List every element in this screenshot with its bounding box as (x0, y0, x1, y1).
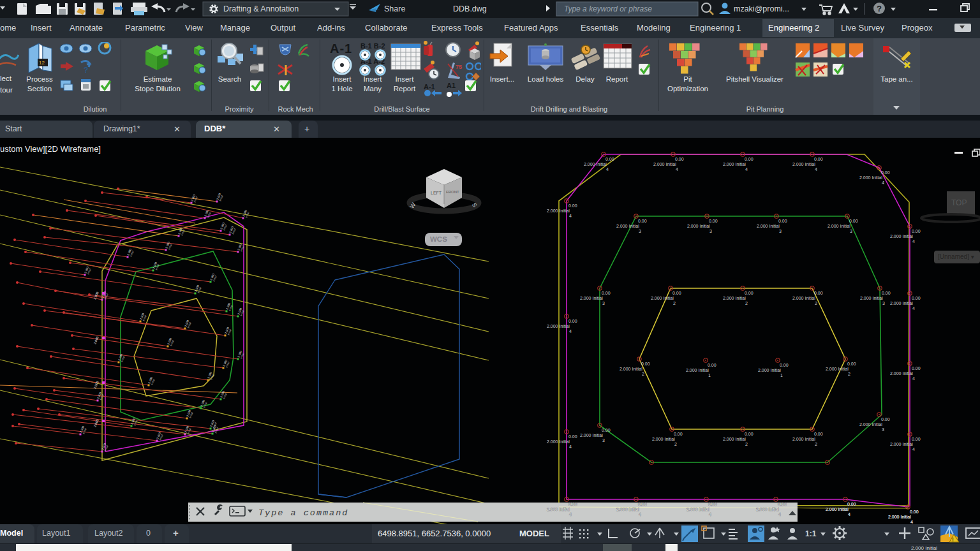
svg-text:2: 2 (642, 372, 644, 376)
svg-text:3: 3 (850, 229, 852, 233)
svg-text:2.000 Initial: 2.000 Initial (828, 224, 850, 228)
svg-text:0.00: 0.00 (778, 219, 787, 223)
svg-text:0.00: 0.00 (568, 203, 577, 208)
svg-text:4: 4 (778, 512, 781, 517)
svg-text:0.00: 0.00 (912, 229, 921, 233)
svg-text:2.000 Initial: 2.000 Initial (616, 224, 639, 228)
svg-text:4: 4 (910, 520, 913, 524)
svg-text:2.000 Initial: 2.000 Initial (651, 296, 674, 300)
svg-text:2.000 Initial: 2.000 Initial (620, 367, 642, 371)
svg-text:2: 2 (745, 442, 748, 446)
svg-text:2.000 Initial: 2.000 Initial (723, 162, 746, 166)
svg-text:2.000 Initial: 2.000 Initial (826, 367, 849, 371)
svg-text:4: 4 (709, 512, 711, 517)
svg-text:3: 3 (602, 301, 605, 305)
svg-text:4: 4 (745, 167, 748, 172)
svg-text:0.00: 0.00 (849, 219, 858, 223)
svg-text:2.000 Initial: 2.000 Initial (756, 507, 779, 511)
svg-text:0.00: 0.00 (672, 291, 681, 295)
svg-text:2.000 Initial: 2.000 Initial (687, 224, 710, 228)
svg-text:4: 4 (848, 512, 850, 517)
svg-text:0.00: 0.00 (881, 417, 890, 422)
svg-text:0.00: 0.00 (881, 170, 890, 175)
svg-text:0.00: 0.00 (847, 362, 856, 366)
svg-text:2.000 Initial: 2.000 Initial (792, 437, 815, 441)
svg-text:2: 2 (673, 301, 676, 305)
svg-text:2.000 Initial: 2.000 Initial (580, 433, 603, 437)
svg-text:0.00: 0.00 (568, 319, 577, 323)
svg-text:4: 4 (912, 376, 915, 381)
svg-text:2.000 Initial: 2.000 Initial (686, 368, 709, 372)
svg-text:0.00: 0.00 (847, 502, 856, 506)
svg-text:2.000 Initial: 2.000 Initial (890, 371, 913, 376)
svg-text:2.000 Initial: 2.000 Initial (547, 507, 570, 511)
svg-text:2.000 Initial: 2.000 Initial (547, 324, 570, 328)
svg-text:0.00: 0.00 (674, 432, 683, 436)
svg-text:4: 4 (912, 447, 915, 452)
svg-text:FRONT: FRONT (446, 190, 459, 194)
svg-text:1: 1 (708, 373, 711, 378)
svg-text:4: 4 (569, 512, 572, 517)
svg-text:0.00: 0.00 (708, 502, 717, 506)
svg-text:4: 4 (676, 167, 678, 172)
svg-text:2.000 Initial: 2.000 Initial (723, 437, 746, 441)
svg-text:4: 4 (569, 214, 572, 218)
svg-text:2.000 Initial: 2.000 Initial (826, 507, 849, 511)
svg-text:4: 4 (569, 329, 572, 334)
svg-text:3: 3 (779, 229, 782, 233)
svg-text:0.00: 0.00 (745, 291, 754, 295)
svg-text:LEFT: LEFT (431, 191, 442, 195)
svg-text:0.00: 0.00 (602, 291, 611, 295)
svg-text:0.00: 0.00 (675, 157, 684, 161)
svg-text:2.000 Initial: 2.000 Initial (723, 296, 746, 300)
svg-text:0.00: 0.00 (568, 434, 577, 439)
svg-text:2.000 Initial: 2.000 Initial (757, 224, 780, 228)
svg-text:0.00: 0.00 (602, 428, 611, 432)
svg-text:1: 1 (780, 373, 783, 378)
svg-text:2.000 Initial: 2.000 Initial (860, 296, 883, 300)
svg-text:2.000 Initial: 2.000 Initial (687, 507, 709, 511)
svg-text:2.000 Initial: 2.000 Initial (792, 296, 815, 300)
svg-text:2.000 Initial: 2.000 Initial (890, 301, 913, 305)
svg-text:0.00: 0.00 (780, 363, 789, 367)
svg-text:4: 4 (815, 167, 817, 172)
svg-text:3: 3 (709, 229, 712, 233)
svg-text:0.00: 0.00 (638, 219, 647, 223)
svg-text:0.00: 0.00 (910, 510, 919, 514)
svg-text:0.00: 0.00 (745, 157, 754, 161)
svg-text:4: 4 (569, 444, 572, 449)
svg-text:2.000 Initial: 2.000 Initial (859, 175, 882, 180)
svg-text:0.00: 0.00 (568, 502, 577, 506)
svg-text:2.000 Initial: 2.000 Initial (890, 234, 913, 239)
svg-text:0.00: 0.00 (912, 366, 921, 371)
svg-text:2: 2 (848, 372, 850, 376)
svg-text:3: 3 (639, 229, 641, 233)
svg-text:4: 4 (639, 512, 641, 517)
svg-text:2.000 Initial: 2.000 Initial (584, 162, 607, 166)
svg-text:3: 3 (882, 427, 884, 432)
svg-text:0.00: 0.00 (708, 363, 716, 367)
svg-text:0.00: 0.00 (814, 291, 823, 295)
svg-text:2.000 Initial: 2.000 Initial (792, 162, 815, 166)
svg-text:0.00: 0.00 (882, 291, 891, 295)
svg-text:2.000 Initial: 2.000 Initial (547, 209, 570, 213)
svg-text:2.000 Initial: 2.000 Initial (652, 437, 675, 441)
svg-text:2.000 Initial: 2.000 Initial (859, 422, 882, 427)
svg-text:0.00: 0.00 (641, 362, 650, 366)
svg-text:0.00: 0.00 (814, 157, 823, 161)
svg-text:4: 4 (606, 167, 609, 172)
svg-text:2.000 Initial: 2.000 Initial (653, 162, 676, 166)
svg-text:4: 4 (912, 306, 915, 311)
svg-text:2: 2 (815, 442, 817, 446)
svg-text:3: 3 (602, 438, 605, 443)
svg-text:0.00: 0.00 (745, 432, 754, 436)
svg-text:Type a command: Type a command (258, 508, 348, 518)
svg-text:4: 4 (882, 180, 884, 185)
svg-text:2: 2 (815, 301, 817, 305)
svg-text:!: ! (952, 536, 954, 543)
svg-text:2.000 Initial: 2.000 Initial (890, 442, 913, 446)
svg-text:2.000 Initial: 2.000 Initial (888, 515, 911, 519)
svg-text:0.00: 0.00 (638, 502, 647, 506)
svg-text:2: 2 (674, 442, 677, 446)
svg-text:2.000 Initial: 2.000 Initial (616, 507, 639, 511)
